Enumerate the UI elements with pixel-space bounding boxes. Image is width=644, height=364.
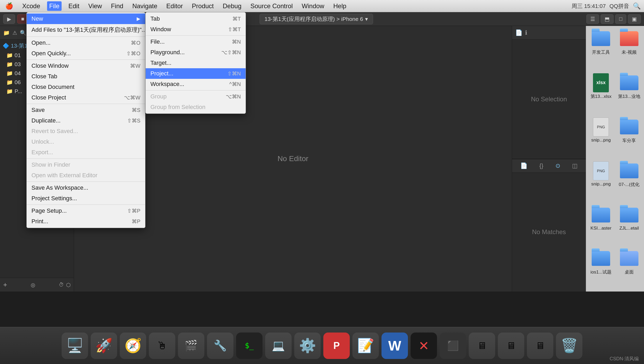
finder-item-07[interactable]: 07-...(优化 xyxy=(615,159,643,203)
dock-launchpad[interactable]: 🚀 xyxy=(91,333,117,359)
submenu-item-playground[interactable]: Playground... ⌥⇧⌘N xyxy=(146,47,246,58)
edit-menu[interactable]: Edit xyxy=(66,1,81,11)
menu-item-project-settings[interactable]: Project Settings... xyxy=(27,193,145,204)
run-button[interactable]: ▶ xyxy=(3,14,15,24)
add-file-button[interactable]: + xyxy=(3,281,7,289)
finder-item-industry[interactable]: 第13...业地 xyxy=(615,71,643,115)
warning-nav-icon[interactable]: ⚠ xyxy=(12,30,17,36)
inspector-button[interactable]: ▣ xyxy=(628,14,641,24)
dock-pp[interactable]: P xyxy=(323,333,350,359)
help-menu[interactable]: Help xyxy=(331,1,348,11)
submenu-item-tab[interactable]: Tab ⌘T xyxy=(146,13,246,24)
menu-item-open-quickly[interactable]: Open Quickly... ⇧⌘O xyxy=(27,48,145,59)
menu-item-close-document[interactable]: Close Document xyxy=(27,82,145,92)
menu-item-close-tab[interactable]: Close Tab xyxy=(27,71,145,82)
scheme-selector[interactable]: 13-第1天(应用程序启动原理) > iPhone 6 ▾ xyxy=(260,14,373,24)
submenu-item-project[interactable]: Project... ⇧⌘N xyxy=(146,68,246,79)
menu-item-close-window[interactable]: Close Window ⌘W xyxy=(27,61,145,71)
menu-item-new[interactable]: New ▶ xyxy=(27,13,145,24)
menu-item-duplicate[interactable]: Duplicate... ⇧⌘S xyxy=(27,115,145,126)
menu-item-page-setup[interactable]: Page Setup... ⇧⌘P xyxy=(27,206,145,216)
submenu-item-group: Group ⌥⌘N xyxy=(146,91,246,102)
navigate-menu[interactable]: Navigate xyxy=(130,1,159,11)
finder-item-video[interactable]: 未-视频 xyxy=(615,27,643,71)
finder-item-desktop[interactable]: 桌面 xyxy=(615,247,643,290)
finder-item-xlsx[interactable]: xlsx 第13...xlsx xyxy=(587,71,615,115)
submenu-item-window[interactable]: Window ⇧⌘T xyxy=(146,24,246,35)
search-nav-icon[interactable]: 🔍 xyxy=(20,30,26,36)
dock-word[interactable]: W xyxy=(381,333,408,359)
new-submenu[interactable]: Tab ⌘T Window ⇧⌘T File... ⌘N Playground.… xyxy=(145,12,246,114)
dock-terminal-black[interactable]: $_ xyxy=(236,333,263,359)
editor-menu[interactable]: Editor xyxy=(164,1,185,11)
dock-mouse[interactable]: 🖱 xyxy=(149,333,175,359)
file-menu-item[interactable]: File xyxy=(47,1,62,11)
navigator-button[interactable]: ☰ xyxy=(586,14,599,24)
print-shortcut: ⌘P xyxy=(132,218,140,225)
dock-tools[interactable]: 🔧 xyxy=(207,333,233,359)
code-icon[interactable]: {} xyxy=(539,162,543,169)
product-menu[interactable]: Product xyxy=(190,1,216,11)
dock-x[interactable]: ✕ xyxy=(411,333,437,359)
filter-icon[interactable]: ◎ xyxy=(31,282,35,288)
dock-finder[interactable]: 🖥️ xyxy=(62,333,88,359)
menu-item-save-workspace[interactable]: Save As Workspace... xyxy=(27,183,145,193)
group-shortcut: ⌥⌘N xyxy=(226,93,241,100)
finder-item-ios1[interactable]: ios1...试题 xyxy=(587,247,615,290)
finder-item-snip1[interactable]: PNG snip...png xyxy=(587,115,615,159)
menu-sep-5 xyxy=(27,181,145,182)
settings-icon[interactable]: ⊙ xyxy=(555,162,560,169)
menu-item-save[interactable]: Save ⌘S xyxy=(27,105,145,115)
dock-notes[interactable]: 📝 xyxy=(352,333,379,359)
editor-button[interactable]: □ xyxy=(615,14,626,24)
submenu-item-workspace[interactable]: Workspace... ^⌘N xyxy=(146,79,246,89)
dock-terminal[interactable]: 💻 xyxy=(265,333,292,359)
file-menu-dropdown[interactable]: New ▶ Add Files to "13-第1天(应用程序启动原理)"...… xyxy=(26,12,145,228)
submenu-item-file[interactable]: File... ⌘N xyxy=(146,37,246,47)
menu-item-print[interactable]: Print... ⌘P xyxy=(27,216,145,227)
folder-nav-icon[interactable]: 📁 xyxy=(3,30,10,36)
dock-safari[interactable]: 🧭 xyxy=(120,333,146,359)
scheme-label: 13-第1天(应用程序启动原理) > iPhone 6 xyxy=(265,15,363,23)
dock-system-prefs[interactable]: ⚙️ xyxy=(294,333,321,359)
xcode-menu[interactable]: Xcode xyxy=(20,1,42,11)
file-inspector-icon[interactable]: 📄 xyxy=(515,29,522,36)
dock-app4[interactable]: 🖥 xyxy=(527,333,553,359)
finder-item-zjl[interactable]: ZJL...etail xyxy=(615,203,643,246)
menu-sep-3 xyxy=(27,104,145,104)
workspace-label: Workspace... xyxy=(150,81,184,88)
close-project-label: Close Project xyxy=(31,94,66,101)
layers-icon[interactable]: ◫ xyxy=(572,162,578,169)
quick-help-icon[interactable]: ℹ xyxy=(525,29,527,36)
dock-dvd[interactable]: 🎬 xyxy=(178,333,204,359)
close-window-shortcut: ⌘W xyxy=(130,63,140,69)
close-tab-label: Close Tab xyxy=(31,73,57,80)
debug-menu[interactable]: Debug xyxy=(221,1,244,11)
project-settings-label: Project Settings... xyxy=(31,195,77,202)
menu-item-close-project[interactable]: Close Project ⌥⌘W xyxy=(27,92,145,103)
dock-app1[interactable]: ⬛ xyxy=(440,333,466,359)
submenu-item-target[interactable]: Target... xyxy=(146,58,246,68)
history-icon[interactable]: ⏱ xyxy=(59,282,64,288)
debug-button[interactable]: ⬒ xyxy=(601,14,614,24)
find-menu[interactable]: Find xyxy=(109,1,126,11)
view-menu[interactable]: View xyxy=(86,1,104,11)
source-control-menu[interactable]: Source Control xyxy=(248,1,295,11)
dock-app3[interactable]: 🖥 xyxy=(498,333,524,359)
dock-trash[interactable]: 🗑️ xyxy=(556,333,582,359)
menu-item-export: Export... xyxy=(27,147,145,158)
finder-item-carshare[interactable]: 车分享 xyxy=(615,115,643,159)
window-menu[interactable]: Window xyxy=(300,1,326,11)
search-icon[interactable]: 🔍 xyxy=(633,2,641,10)
apple-menu[interactable]: 🍎 xyxy=(3,1,15,11)
menu-item-open[interactable]: Open... ⌘O xyxy=(27,38,145,48)
menu-item-add-files[interactable]: Add Files to "13-第1天(应用程序启动原理)"... ⌥⌘A xyxy=(27,24,145,36)
finder-item-ksi[interactable]: KSI...aster xyxy=(587,203,615,246)
playground-shortcut: ⌥⇧⌘N xyxy=(221,49,241,56)
file-icon[interactable]: 📄 xyxy=(520,162,527,169)
dock-app2[interactable]: 🖥 xyxy=(469,333,495,359)
folder-ios1-icon xyxy=(591,249,610,268)
finder-item-snip2[interactable]: PNG snip...png xyxy=(587,159,615,203)
expand-icon[interactable]: ⬡ xyxy=(66,282,71,288)
finder-item-devtools[interactable]: 开发工具 xyxy=(587,27,615,71)
